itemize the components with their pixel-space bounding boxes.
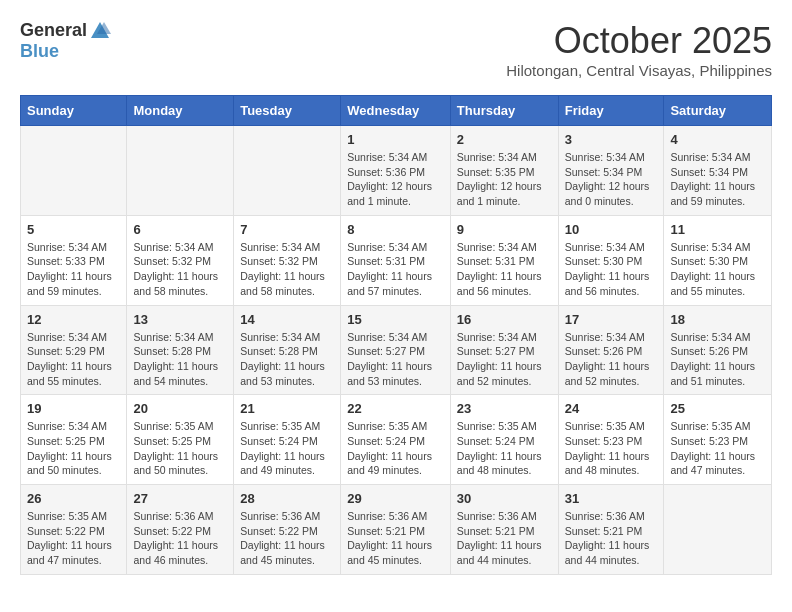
day-info: Sunrise: 5:34 AM Sunset: 5:27 PM Dayligh…	[347, 331, 432, 387]
weekday-header-sunday: Sunday	[21, 96, 127, 126]
calendar-day-12: 12Sunrise: 5:34 AM Sunset: 5:29 PM Dayli…	[21, 305, 127, 395]
day-info: Sunrise: 5:34 AM Sunset: 5:28 PM Dayligh…	[240, 331, 325, 387]
day-number: 1	[347, 132, 444, 147]
calendar-day-26: 26Sunrise: 5:35 AM Sunset: 5:22 PM Dayli…	[21, 485, 127, 575]
calendar-day-22: 22Sunrise: 5:35 AM Sunset: 5:24 PM Dayli…	[341, 395, 451, 485]
day-info: Sunrise: 5:35 AM Sunset: 5:23 PM Dayligh…	[565, 420, 650, 476]
day-info: Sunrise: 5:34 AM Sunset: 5:34 PM Dayligh…	[670, 151, 755, 207]
calendar-day-4: 4Sunrise: 5:34 AM Sunset: 5:34 PM Daylig…	[664, 126, 772, 216]
day-info: Sunrise: 5:35 AM Sunset: 5:24 PM Dayligh…	[240, 420, 325, 476]
calendar-day-13: 13Sunrise: 5:34 AM Sunset: 5:28 PM Dayli…	[127, 305, 234, 395]
calendar-day-28: 28Sunrise: 5:36 AM Sunset: 5:22 PM Dayli…	[234, 485, 341, 575]
calendar-day-25: 25Sunrise: 5:35 AM Sunset: 5:23 PM Dayli…	[664, 395, 772, 485]
calendar-day-29: 29Sunrise: 5:36 AM Sunset: 5:21 PM Dayli…	[341, 485, 451, 575]
calendar-day-empty	[234, 126, 341, 216]
day-info: Sunrise: 5:34 AM Sunset: 5:31 PM Dayligh…	[457, 241, 542, 297]
day-number: 28	[240, 491, 334, 506]
day-number: 26	[27, 491, 120, 506]
logo-general-text: General	[20, 21, 87, 41]
calendar-day-19: 19Sunrise: 5:34 AM Sunset: 5:25 PM Dayli…	[21, 395, 127, 485]
weekday-header-row: SundayMondayTuesdayWednesdayThursdayFrid…	[21, 96, 772, 126]
day-info: Sunrise: 5:34 AM Sunset: 5:36 PM Dayligh…	[347, 151, 432, 207]
day-number: 13	[133, 312, 227, 327]
day-number: 8	[347, 222, 444, 237]
day-number: 22	[347, 401, 444, 416]
day-info: Sunrise: 5:34 AM Sunset: 5:27 PM Dayligh…	[457, 331, 542, 387]
day-info: Sunrise: 5:36 AM Sunset: 5:21 PM Dayligh…	[565, 510, 650, 566]
day-info: Sunrise: 5:35 AM Sunset: 5:23 PM Dayligh…	[670, 420, 755, 476]
calendar-week-row: 26Sunrise: 5:35 AM Sunset: 5:22 PM Dayli…	[21, 485, 772, 575]
day-number: 23	[457, 401, 552, 416]
day-info: Sunrise: 5:34 AM Sunset: 5:25 PM Dayligh…	[27, 420, 112, 476]
calendar-day-16: 16Sunrise: 5:34 AM Sunset: 5:27 PM Dayli…	[450, 305, 558, 395]
day-number: 7	[240, 222, 334, 237]
calendar-day-15: 15Sunrise: 5:34 AM Sunset: 5:27 PM Dayli…	[341, 305, 451, 395]
day-info: Sunrise: 5:35 AM Sunset: 5:25 PM Dayligh…	[133, 420, 218, 476]
day-info: Sunrise: 5:35 AM Sunset: 5:24 PM Dayligh…	[347, 420, 432, 476]
day-number: 10	[565, 222, 658, 237]
month-title: October 2025	[506, 20, 772, 62]
day-number: 18	[670, 312, 765, 327]
day-info: Sunrise: 5:34 AM Sunset: 5:33 PM Dayligh…	[27, 241, 112, 297]
weekday-header-monday: Monday	[127, 96, 234, 126]
day-number: 31	[565, 491, 658, 506]
calendar-day-5: 5Sunrise: 5:34 AM Sunset: 5:33 PM Daylig…	[21, 215, 127, 305]
day-number: 20	[133, 401, 227, 416]
calendar-day-18: 18Sunrise: 5:34 AM Sunset: 5:26 PM Dayli…	[664, 305, 772, 395]
day-info: Sunrise: 5:36 AM Sunset: 5:22 PM Dayligh…	[133, 510, 218, 566]
calendar-day-empty	[664, 485, 772, 575]
day-info: Sunrise: 5:34 AM Sunset: 5:26 PM Dayligh…	[565, 331, 650, 387]
day-info: Sunrise: 5:34 AM Sunset: 5:35 PM Dayligh…	[457, 151, 542, 207]
day-number: 16	[457, 312, 552, 327]
day-info: Sunrise: 5:35 AM Sunset: 5:24 PM Dayligh…	[457, 420, 542, 476]
calendar-week-row: 19Sunrise: 5:34 AM Sunset: 5:25 PM Dayli…	[21, 395, 772, 485]
day-number: 17	[565, 312, 658, 327]
calendar-week-row: 12Sunrise: 5:34 AM Sunset: 5:29 PM Dayli…	[21, 305, 772, 395]
title-area: October 2025 Hilotongan, Central Visayas…	[506, 20, 772, 79]
calendar-day-10: 10Sunrise: 5:34 AM Sunset: 5:30 PM Dayli…	[558, 215, 664, 305]
logo: General Blue	[20, 20, 111, 62]
day-info: Sunrise: 5:34 AM Sunset: 5:28 PM Dayligh…	[133, 331, 218, 387]
day-number: 21	[240, 401, 334, 416]
logo-blue-text: Blue	[20, 42, 59, 62]
day-number: 14	[240, 312, 334, 327]
day-number: 24	[565, 401, 658, 416]
day-info: Sunrise: 5:34 AM Sunset: 5:26 PM Dayligh…	[670, 331, 755, 387]
day-info: Sunrise: 5:34 AM Sunset: 5:32 PM Dayligh…	[240, 241, 325, 297]
calendar-day-3: 3Sunrise: 5:34 AM Sunset: 5:34 PM Daylig…	[558, 126, 664, 216]
day-number: 29	[347, 491, 444, 506]
calendar-day-21: 21Sunrise: 5:35 AM Sunset: 5:24 PM Dayli…	[234, 395, 341, 485]
day-info: Sunrise: 5:34 AM Sunset: 5:30 PM Dayligh…	[670, 241, 755, 297]
day-number: 3	[565, 132, 658, 147]
day-info: Sunrise: 5:34 AM Sunset: 5:32 PM Dayligh…	[133, 241, 218, 297]
calendar-week-row: 5Sunrise: 5:34 AM Sunset: 5:33 PM Daylig…	[21, 215, 772, 305]
day-info: Sunrise: 5:36 AM Sunset: 5:21 PM Dayligh…	[457, 510, 542, 566]
day-info: Sunrise: 5:34 AM Sunset: 5:31 PM Dayligh…	[347, 241, 432, 297]
calendar-day-6: 6Sunrise: 5:34 AM Sunset: 5:32 PM Daylig…	[127, 215, 234, 305]
calendar-day-14: 14Sunrise: 5:34 AM Sunset: 5:28 PM Dayli…	[234, 305, 341, 395]
calendar-day-9: 9Sunrise: 5:34 AM Sunset: 5:31 PM Daylig…	[450, 215, 558, 305]
page-header: General Blue October 2025 Hilotongan, Ce…	[20, 20, 772, 79]
day-number: 4	[670, 132, 765, 147]
calendar-week-row: 1Sunrise: 5:34 AM Sunset: 5:36 PM Daylig…	[21, 126, 772, 216]
calendar-day-empty	[21, 126, 127, 216]
weekday-header-wednesday: Wednesday	[341, 96, 451, 126]
day-number: 19	[27, 401, 120, 416]
calendar-day-24: 24Sunrise: 5:35 AM Sunset: 5:23 PM Dayli…	[558, 395, 664, 485]
weekday-header-tuesday: Tuesday	[234, 96, 341, 126]
calendar-day-23: 23Sunrise: 5:35 AM Sunset: 5:24 PM Dayli…	[450, 395, 558, 485]
calendar-day-8: 8Sunrise: 5:34 AM Sunset: 5:31 PM Daylig…	[341, 215, 451, 305]
day-number: 25	[670, 401, 765, 416]
weekday-header-thursday: Thursday	[450, 96, 558, 126]
day-info: Sunrise: 5:34 AM Sunset: 5:29 PM Dayligh…	[27, 331, 112, 387]
weekday-header-saturday: Saturday	[664, 96, 772, 126]
day-info: Sunrise: 5:35 AM Sunset: 5:22 PM Dayligh…	[27, 510, 112, 566]
day-number: 9	[457, 222, 552, 237]
calendar-day-27: 27Sunrise: 5:36 AM Sunset: 5:22 PM Dayli…	[127, 485, 234, 575]
calendar-day-31: 31Sunrise: 5:36 AM Sunset: 5:21 PM Dayli…	[558, 485, 664, 575]
calendar-day-1: 1Sunrise: 5:34 AM Sunset: 5:36 PM Daylig…	[341, 126, 451, 216]
day-number: 15	[347, 312, 444, 327]
day-number: 11	[670, 222, 765, 237]
location-title: Hilotongan, Central Visayas, Philippines	[506, 62, 772, 79]
day-info: Sunrise: 5:36 AM Sunset: 5:22 PM Dayligh…	[240, 510, 325, 566]
